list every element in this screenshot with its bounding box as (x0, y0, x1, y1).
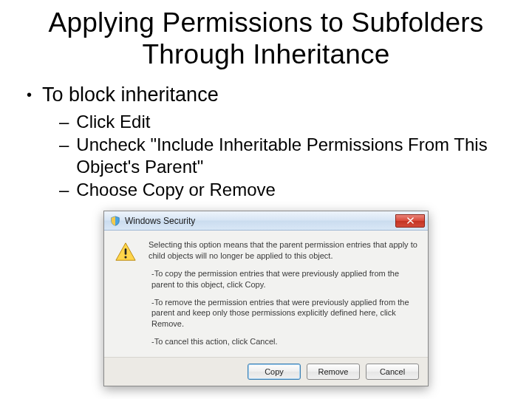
shield-icon (110, 216, 120, 226)
list-item: – Click Edit (59, 111, 504, 132)
list-item: • To block inheritance (27, 83, 511, 106)
dialog-body: Selecting this option means that the par… (104, 231, 428, 357)
list-item: – Choose Copy or Remove (59, 179, 504, 200)
dialog-container: Windows Security Selecting this option m… (21, 211, 511, 386)
svg-point-1 (124, 256, 126, 259)
remove-button[interactable]: Remove (307, 364, 360, 380)
dialog-intro: Selecting this option means that the par… (149, 239, 417, 262)
bullet-level-2: – Click Edit – Uncheck "Include Inherita… (59, 111, 504, 200)
dialog-option-copy: -To copy the permission entries that wer… (149, 268, 417, 290)
bullet-text: Click Edit (76, 111, 150, 132)
copy-button[interactable]: Copy (248, 364, 301, 380)
button-label: Remove (318, 367, 349, 376)
button-label: Cancel (380, 367, 405, 376)
bullet-text: Uncheck "Include Inheritable Permissions… (76, 134, 504, 177)
dialog-text: Selecting this option means that the par… (149, 239, 417, 354)
dialog-option-cancel: -To cancel this action, click Cancel. (149, 336, 417, 347)
cancel-button[interactable]: Cancel (366, 364, 419, 380)
titlebar: Windows Security (104, 211, 428, 231)
bullet-dash-icon: – (59, 179, 69, 200)
dialog-title: Windows Security (125, 216, 395, 226)
slide: Applying Permissions to Subfolders Throu… (0, 0, 532, 386)
bullet-text: Choose Copy or Remove (76, 179, 275, 200)
windows-security-dialog: Windows Security Selecting this option m… (103, 211, 429, 386)
bullet-text: To block inheritance (42, 83, 219, 106)
close-icon (407, 217, 414, 224)
bullet-dot-icon: • (27, 87, 32, 102)
close-button[interactable] (395, 214, 425, 228)
bullet-dash-icon: – (59, 134, 69, 155)
bullet-dash-icon: – (59, 111, 69, 132)
slide-title: Applying Permissions to Subfolders Throu… (21, 7, 511, 70)
warning-icon (115, 239, 138, 354)
dialog-option-remove: -To remove the permission entries that w… (149, 297, 417, 330)
button-label: Copy (265, 367, 284, 376)
svg-rect-0 (125, 248, 127, 254)
list-item: – Uncheck "Include Inheritable Permissio… (59, 134, 504, 177)
dialog-button-bar: Copy Remove Cancel (104, 357, 428, 386)
bullet-level-1: • To block inheritance (27, 83, 511, 106)
